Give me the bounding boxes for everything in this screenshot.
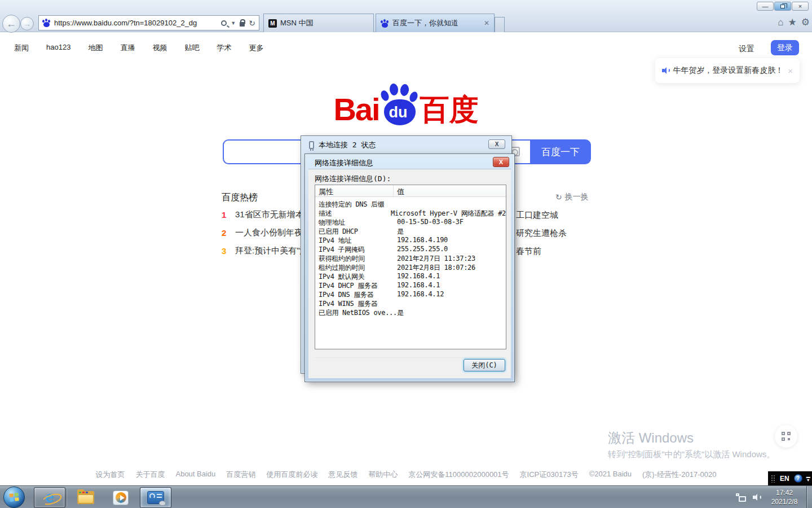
grip-icon[interactable] (771, 475, 775, 483)
show-desktop-button[interactable] (806, 486, 812, 508)
details-listview[interactable]: 属性 值 连接特定的 DNS 后缀描述Microsoft Hyper-V 网络适… (315, 185, 506, 349)
media-player-icon (113, 491, 129, 505)
search-button[interactable]: 百度一下 (530, 139, 591, 164)
detail-row[interactable]: 物理地址00-15-5D-03-08-3F (315, 218, 506, 227)
nav-link[interactable]: 直播 (120, 43, 135, 53)
column-header-value[interactable]: 值 (394, 185, 506, 196)
nav-link[interactable]: hao123 (46, 43, 70, 53)
detail-property: IPv4 地址 (315, 236, 394, 245)
qr-code-button[interactable] (775, 425, 797, 448)
msn-icon: M (268, 19, 277, 28)
forward-button[interactable]: → (20, 17, 34, 30)
restore-icon (780, 5, 785, 8)
notification-text: 牛年贺岁，登录设置新春皮肤！ (673, 65, 783, 76)
footer-link[interactable]: 意见反馈 (328, 470, 358, 480)
baidu-paw-icon: du (381, 84, 418, 125)
hotlist-item-fragment[interactable]: 研究生遭枪杀 (516, 228, 567, 238)
detail-row[interactable]: 已启用 DHCP是 (315, 227, 506, 236)
footer-link[interactable]: 百度营销 (226, 470, 255, 480)
home-icon[interactable]: ⌂ (778, 17, 783, 28)
settings-gear-icon[interactable]: ⚙ (801, 16, 810, 28)
nav-link[interactable]: 新闻 (14, 43, 29, 53)
hotlist-item[interactable]: 131省区市无新增本土 (222, 210, 312, 220)
hotlist-item[interactable]: 3拜登:预计中美有"激 (222, 246, 312, 256)
footer-link[interactable]: 帮助中心 (368, 470, 398, 480)
nav-link[interactable]: 贴吧 (184, 43, 199, 53)
detail-row[interactable]: 获得租约的时间2021年2月7日 11:37:23 (315, 254, 506, 263)
restore-button[interactable] (774, 2, 791, 11)
back-button[interactable]: ← (2, 15, 20, 33)
favorites-star-icon[interactable]: ★ (788, 16, 797, 28)
nav-link[interactable]: 地图 (88, 43, 103, 53)
tab-close-icon[interactable]: ✕ (484, 19, 489, 27)
qr-code-icon (782, 432, 791, 441)
refresh-icon[interactable]: ↻ (249, 19, 255, 28)
detail-property: 租约过期的时间 (315, 263, 394, 272)
taskbar-clock[interactable]: 17:42 2021/2/8 (765, 488, 804, 506)
hotlist-refresh[interactable]: ↻ 换一换 (555, 192, 589, 202)
footer-link[interactable]: 关于百度 (135, 470, 165, 480)
detail-row[interactable]: IPv4 DNS 服务器192.168.4.12 (315, 290, 506, 299)
help-icon[interactable]: ? (794, 474, 802, 483)
volume-tray-icon[interactable] (753, 493, 762, 501)
network-tray-icon[interactable] (736, 493, 746, 502)
hotlist-rank: 3 (222, 246, 229, 256)
taskbar-media-player-button[interactable] (105, 487, 136, 508)
start-button[interactable] (3, 487, 25, 508)
language-options-icon[interactable]: ▬▼ (806, 475, 810, 482)
baidu-settings-link[interactable]: 设置 (739, 44, 754, 54)
status-dialog-close-button[interactable]: X (488, 139, 505, 149)
close-window-button[interactable]: × (792, 2, 809, 11)
status-dialog-titlebar[interactable]: 本地连接 2 状态 (309, 140, 376, 150)
search-icon[interactable] (221, 20, 227, 26)
chevron-down-icon[interactable]: ▼ (231, 20, 236, 26)
hotlist-item-fragment[interactable]: 春节前 (516, 246, 567, 256)
language-bar[interactable]: EN ? ▬▼ (768, 471, 812, 485)
refresh-icon: ↻ (555, 192, 562, 202)
nav-link[interactable]: 视频 (152, 43, 167, 53)
detail-property: IPv4 子网掩码 (315, 245, 394, 254)
folder-icon (77, 491, 94, 504)
footer-link[interactable]: About Baidu (175, 470, 215, 480)
detail-row[interactable]: 描述Microsoft Hyper-V 网络适配器 #2 (315, 209, 506, 218)
taskbar-ie-button[interactable]: e (34, 487, 65, 508)
baidu-favicon (42, 19, 51, 27)
tab-baidu[interactable]: 百度一下，你就知道 ✕ (376, 14, 495, 32)
taskbar-control-panel-button[interactable] (140, 487, 171, 508)
column-header-property[interactable]: 属性 (315, 185, 394, 196)
url-text[interactable]: https://www.baidu.com/?tn=18029102_2_dg (54, 19, 218, 27)
notification-close-icon[interactable]: × (788, 66, 793, 76)
footer-link[interactable]: ©2021 Baidu (589, 470, 632, 480)
tab-msn[interactable]: M MSN 中国 (263, 14, 374, 32)
taskbar-explorer-button[interactable] (70, 487, 102, 508)
detail-row[interactable]: IPv4 子网掩码255.255.255.0 (315, 245, 506, 254)
language-indicator[interactable]: EN (780, 475, 789, 483)
footer-link[interactable]: 京ICP证030173号 (520, 470, 579, 480)
detail-row[interactable]: 连接特定的 DNS 后缀 (315, 200, 506, 209)
detail-row[interactable]: IPv4 WINS 服务器 (315, 299, 506, 308)
detail-row[interactable]: IPv4 默认网关192.168.4.1 (315, 272, 506, 281)
detail-row[interactable]: 已启用 NetBIOS ove...是 (315, 308, 506, 317)
detail-property: 连接特定的 DNS 后缀 (315, 200, 394, 209)
detail-row[interactable]: 租约过期的时间2021年2月8日 18:07:26 (315, 263, 506, 272)
dialog-close-button[interactable]: 关闭(C) (464, 359, 505, 371)
nav-link[interactable]: 学术 (217, 43, 231, 53)
login-button[interactable]: 登录 (771, 40, 799, 55)
detail-property: 获得租约的时间 (315, 254, 394, 263)
hotlist-item[interactable]: 2一人食小份制年夜饭 (222, 228, 312, 238)
network-adapter-icon (309, 141, 314, 149)
footer-link[interactable]: 设为首页 (95, 470, 125, 480)
nav-link[interactable]: 更多 (249, 43, 263, 53)
address-bar[interactable]: https://www.baidu.com/?tn=18029102_2_dg … (38, 15, 259, 30)
details-dialog-close-button[interactable]: X (493, 157, 509, 167)
footer-link[interactable]: 京公网安备11000002000001号 (408, 470, 509, 480)
detail-row[interactable]: IPv4 地址192.168.4.190 (315, 236, 506, 245)
minimize-button[interactable]: — (757, 2, 774, 11)
logo-text-hanzi: 百度 (420, 94, 479, 125)
hotlist-rank: 1 (222, 210, 229, 220)
detail-row[interactable]: IPv4 DHCP 服务器192.168.4.1 (315, 281, 506, 290)
footer-link[interactable]: (京)-经营性-2017-0020 (642, 470, 717, 480)
hotlist-item-fragment[interactable]: 工口建空城 (516, 210, 567, 220)
detail-value: 是 (394, 308, 506, 317)
footer-link[interactable]: 使用百度前必读 (266, 470, 317, 480)
